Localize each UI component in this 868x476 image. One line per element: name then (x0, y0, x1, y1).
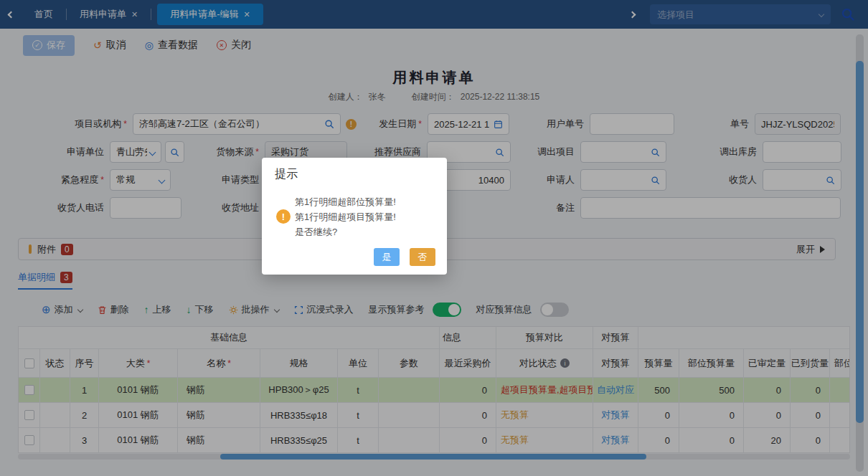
dialog-message: 第1行明细超部位预算量! 第1行明细超项目预算量! 是否继续? (295, 194, 396, 239)
no-button[interactable]: 否 (410, 248, 435, 266)
dialog-title: 提示 (275, 167, 298, 182)
dialog-line: 第1行明细超部位预算量! (295, 194, 396, 209)
yes-button[interactable]: 是 (374, 248, 400, 266)
alert-dialog: 提示 ! 第1行明细超部位预算量! 第1行明细超项目预算量! 是否继续? 是 否 (262, 158, 447, 275)
dialog-line: 是否继续? (295, 224, 396, 239)
dialog-line: 第1行明细超项目预算量! (295, 209, 396, 224)
warning-icon: ! (276, 209, 291, 224)
